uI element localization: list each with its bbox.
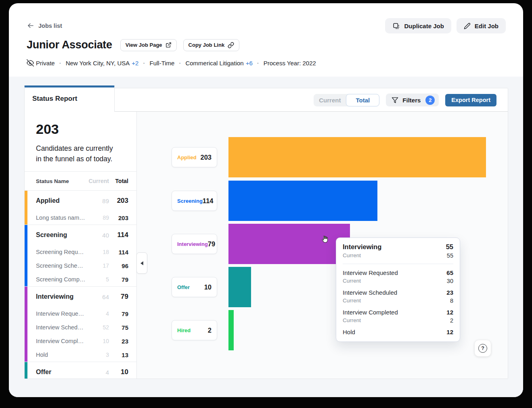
stage-label: Offer: [177, 284, 190, 290]
status-name: Long status names l...: [36, 214, 88, 221]
tooltip-title-value: 55: [446, 243, 453, 251]
tooltip-status-current-label: Current: [343, 298, 361, 304]
status-current-value: 4: [88, 310, 109, 317]
status-row[interactable]: Offer 4 10: [25, 362, 136, 379]
view-job-page-label: View Job Page: [126, 42, 162, 48]
stage-label: Interviewing: [177, 241, 208, 247]
status-table-header: Status Name Current Total: [25, 171, 136, 191]
tab-status-report-label: Status Report: [25, 87, 114, 103]
help-button[interactable]: ?: [475, 340, 491, 356]
status-name: Hold: [36, 352, 88, 358]
funnel-bar[interactable]: [228, 181, 377, 221]
stage-label-pill[interactable]: Interviewing 79: [172, 234, 217, 254]
status-subrow[interactable]: Interview Scheduled 52 75: [25, 321, 136, 334]
filters-count-badge: 2: [425, 96, 435, 105]
status-current-value: 5: [88, 276, 109, 283]
privacy-meta: Private: [27, 59, 55, 67]
view-job-page-button[interactable]: View Job Page: [120, 39, 177, 51]
status-report-card: Current Total Filters 2 Export Report: [24, 88, 508, 379]
status-current-value: 64: [88, 294, 109, 300]
filters-label: Filters: [402, 97, 421, 104]
back-arrow-icon[interactable]: [27, 22, 34, 29]
status-subrow[interactable]: Interview Requested 4 79: [25, 307, 136, 321]
stage-label-pill[interactable]: Screening 114: [172, 191, 217, 211]
toggle-total-option[interactable]: Total: [346, 94, 379, 106]
tooltip-status-current-label: Current: [343, 317, 361, 324]
stage-label: Hired: [177, 327, 191, 333]
column-current[interactable]: Current: [88, 178, 109, 184]
status-row[interactable]: Screening 40 114: [25, 225, 136, 245]
back-label[interactable]: Jobs list: [38, 23, 62, 29]
edit-job-button[interactable]: Edit Job: [457, 18, 506, 33]
tooltip-status-name: Interview Requested: [343, 269, 398, 276]
status-total-value: 13: [109, 352, 128, 358]
status-current-value: 18: [88, 249, 109, 255]
status-total-value: 79: [109, 276, 128, 283]
status-color-bar: [25, 191, 27, 225]
column-status-name: Status Name: [36, 178, 88, 184]
report-content-area: Status Report Current Total Filters: [9, 77, 523, 397]
filters-button[interactable]: Filters 2: [386, 94, 439, 106]
status-total-value: 79: [109, 293, 128, 301]
funnel-bar[interactable]: [228, 310, 234, 350]
tooltip-status-total: 65: [446, 269, 453, 276]
status-current-value: 17: [88, 262, 109, 269]
status-color-bar: [25, 287, 27, 362]
status-subrow[interactable]: Screening Completed 5 79: [25, 273, 136, 286]
status-current-value: 52: [88, 324, 109, 331]
title-row: Junior Associate View Job Page Copy Job …: [27, 39, 239, 51]
stage-label-pill[interactable]: Offer 10: [172, 277, 217, 297]
location-more-link[interactable]: +2: [132, 60, 138, 67]
status-name: Screening Requested: [36, 249, 88, 255]
stage-label-pill[interactable]: Applied 203: [172, 147, 217, 167]
funnel-bar[interactable]: [228, 267, 251, 307]
candidate-count: 203: [36, 121, 128, 137]
tooltip-status-name: Interview Completed: [343, 309, 398, 316]
status-subrow[interactable]: Screening Scheduled 17 96: [25, 259, 136, 273]
copy-job-link-button[interactable]: Copy Job Link: [183, 39, 240, 51]
duplicate-job-button[interactable]: Duplicate Job: [385, 18, 451, 33]
status-total-value: 10: [109, 368, 128, 376]
status-name: Screening Scheduled: [36, 262, 88, 269]
status-total-value: 96: [109, 262, 128, 269]
stage-value: 114: [203, 197, 214, 205]
toggle-current-option[interactable]: Current: [314, 94, 346, 106]
tooltip-title: Interviewing: [343, 243, 381, 251]
status-subrow[interactable]: Hold 3 13: [25, 348, 136, 362]
status-total-value: 114: [109, 231, 128, 239]
stage-value: 203: [200, 154, 212, 161]
status-name: Screening: [36, 231, 88, 239]
column-total[interactable]: Total: [109, 178, 128, 184]
tooltip-status-current-label: Current: [343, 278, 361, 284]
status-subrow[interactable]: Interview Completed 10 23: [25, 334, 136, 348]
stage-value: 79: [208, 240, 215, 248]
meta-separator: ·: [143, 60, 145, 67]
stage-label-pill[interactable]: Hired 2: [172, 320, 217, 340]
export-report-button[interactable]: Export Report: [445, 94, 496, 106]
status-row[interactable]: Applied 89 203: [25, 191, 136, 211]
collapse-panel-button[interactable]: [136, 252, 147, 274]
candidate-count-description: Candidates are currently in the funnel a…: [36, 143, 128, 164]
tooltip-status-current-value: 2: [450, 317, 453, 324]
status-total-value: 79: [109, 310, 128, 317]
screen-background: Jobs list Junior Associate View Job Page…: [0, 0, 532, 408]
practice-more-link[interactable]: +6: [246, 60, 253, 67]
status-subrow[interactable]: Screening Requested 18 114: [25, 245, 136, 259]
status-row[interactable]: Interviewing 64 79: [25, 287, 136, 307]
funnel-bar[interactable]: [228, 224, 350, 264]
help-circle-icon: ?: [478, 344, 487, 353]
breadcrumb[interactable]: Jobs list: [27, 22, 62, 29]
tooltip-divider: [343, 264, 453, 264]
status-total-value: 75: [109, 324, 128, 331]
copy-job-link-label: Copy Job Link: [189, 42, 225, 48]
tooltip-status-total: 23: [446, 289, 453, 296]
funnel-bar[interactable]: [228, 137, 486, 177]
page-title: Junior Associate: [27, 39, 112, 51]
process-year-label: Process Year: 2022: [264, 60, 316, 67]
status-subrow[interactable]: Long status names l... 89 203: [25, 211, 136, 225]
link-icon: [228, 42, 234, 48]
status-color-bar: [25, 362, 27, 379]
tab-status-report[interactable]: Status Report: [24, 85, 115, 112]
funnel-chart: Hired 2 Offer 10 Interviewing 79 Screeni…: [137, 112, 508, 379]
edit-job-label: Edit Job: [475, 23, 498, 29]
